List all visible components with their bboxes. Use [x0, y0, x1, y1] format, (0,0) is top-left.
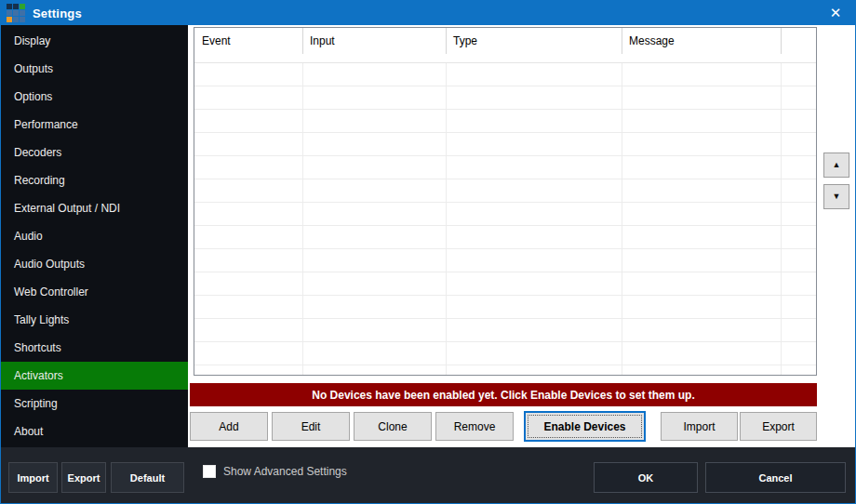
remove-button[interactable]: Remove	[435, 412, 514, 441]
show-advanced-settings-toggle[interactable]: Show Advanced Settings	[203, 465, 347, 478]
edit-button[interactable]: Edit	[272, 412, 350, 441]
header-separator	[302, 28, 303, 54]
sidebar-item-activators[interactable]: Activators	[1, 362, 188, 390]
sidebar-item-audio[interactable]: Audio	[1, 222, 188, 250]
settings-window: Settings ✕ Display Outputs Options Perfo…	[0, 0, 856, 504]
sidebar-item-web-controller[interactable]: Web Controller	[1, 278, 188, 306]
clone-button[interactable]: Clone	[354, 412, 432, 441]
export-activators-button[interactable]: Export	[740, 412, 817, 441]
move-down-button[interactable]: ▼	[823, 184, 849, 209]
ok-button[interactable]: OK	[594, 462, 698, 493]
arrow-up-icon: ▲	[833, 161, 841, 169]
sidebar-item-scripting[interactable]: Scripting	[1, 390, 188, 418]
sidebar-item-performance[interactable]: Performance	[1, 111, 188, 139]
sidebar-item-outputs[interactable]: Outputs	[1, 55, 188, 83]
column-header-event[interactable]: Event	[194, 28, 302, 62]
column-header-type[interactable]: Type	[446, 28, 622, 62]
enable-devices-button[interactable]: Enable Devices	[524, 411, 646, 442]
sidebar-item-decoders[interactable]: Decoders	[1, 139, 188, 166]
header-separator	[781, 28, 782, 54]
header-separator	[622, 28, 622, 54]
header-separator	[446, 28, 447, 54]
sidebar-item-external-output-ndi[interactable]: External Output / NDI	[1, 194, 188, 222]
export-settings-button[interactable]: Export	[61, 462, 106, 493]
arrow-down-icon: ▼	[833, 192, 841, 201]
activators-table: Event Input Type Message	[194, 27, 817, 376]
sidebar-item-options[interactable]: Options	[1, 83, 188, 111]
column-header-input[interactable]: Input	[302, 28, 446, 62]
sidebar-item-shortcuts[interactable]: Shortcuts	[1, 334, 188, 362]
move-up-button[interactable]: ▲	[823, 153, 849, 178]
sidebar-item-display[interactable]: Display	[1, 27, 188, 55]
show-advanced-label: Show Advanced Settings	[223, 465, 347, 478]
import-activators-button[interactable]: Import	[661, 412, 738, 441]
window-title: Settings	[33, 7, 82, 20]
import-settings-button[interactable]: Import	[8, 462, 58, 493]
default-settings-button[interactable]: Default	[111, 462, 184, 493]
column-header-message[interactable]: Message	[622, 28, 781, 62]
cancel-button[interactable]: Cancel	[705, 462, 846, 493]
close-icon[interactable]: ✕	[821, 1, 850, 25]
sidebar-item-recording[interactable]: Recording	[1, 166, 188, 194]
add-button[interactable]: Add	[190, 412, 268, 441]
title-bar: Settings ✕	[1, 1, 855, 25]
show-advanced-checkbox	[203, 465, 216, 478]
app-logo-icon	[7, 4, 25, 22]
sidebar-item-audio-outputs[interactable]: Audio Outputs	[1, 250, 188, 278]
column-header-empty	[781, 28, 816, 62]
dialog-footer: Import Export Default Show Advanced Sett…	[1, 447, 855, 503]
sidebar-item-tally-lights[interactable]: Tally Lights	[1, 306, 188, 334]
activators-panel: Event Input Type Message ▲ ▼ No Devices …	[188, 25, 855, 448]
no-devices-warning-banner: No Devices have been enabled yet. Click …	[190, 383, 817, 406]
sidebar-item-about[interactable]: About	[1, 418, 188, 445]
settings-sidebar: Display Outputs Options Performance Deco…	[1, 25, 188, 448]
table-header-row: Event Input Type Message	[194, 28, 816, 63]
table-body-empty[interactable]	[194, 63, 816, 375]
